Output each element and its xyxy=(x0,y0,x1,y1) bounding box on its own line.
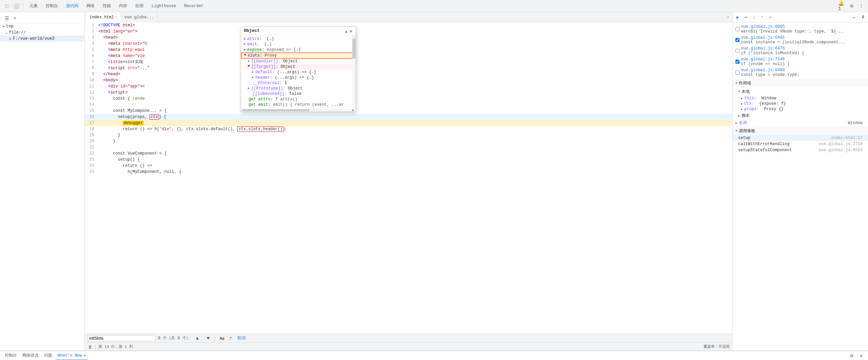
editor-tab-close-index[interactable]: ✕ xyxy=(115,15,117,19)
tooltip-row-slots[interactable]: ▼ slots: Proxy xyxy=(241,53,356,59)
whatsnew-tab-issues[interactable]: 问题 xyxy=(42,351,54,360)
local-scope-header[interactable]: ▼ 本地 xyxy=(733,88,868,96)
tab-performance[interactable]: 性能 xyxy=(99,2,114,9)
tooltip-row-isrevoked[interactable]: [[IsRevoked]]: false xyxy=(245,91,356,97)
regex-btn[interactable]: .* xyxy=(227,336,233,341)
tooltip-row-emit[interactable]: ▶ emit: (…) xyxy=(241,42,356,47)
code-editor[interactable]: 1 <!DOCTYPE html> 2 <html lang="en"> 3 <… xyxy=(85,22,732,334)
debug-resume-btn[interactable]: ▶ xyxy=(734,14,742,21)
whatsnew-tab-issues-label: 问题 xyxy=(44,353,52,358)
bp-item-3: vue.global.js:6476 if (!instance.isMount… xyxy=(733,45,868,56)
tab-sources[interactable]: 源代码 xyxy=(63,2,82,9)
bottom-settings-icon[interactable]: ⚙ xyxy=(848,352,856,360)
bp-checkbox-3[interactable] xyxy=(735,49,739,53)
tooltip-row-expose[interactable]: ▶ expose: exposed => {…} xyxy=(241,47,356,53)
editor-tab-index-html[interactable]: index.html ✕ xyxy=(86,12,121,22)
tooltip-row-get-attrs[interactable]: get attrs: f attrs() xyxy=(241,97,356,102)
tooltip-row-target[interactable]: ▼ [[Target]]: Object xyxy=(245,64,356,69)
tooltip-title: Object xyxy=(244,28,260,33)
file-tree-top[interactable]: ▶ top xyxy=(0,23,84,29)
whatsnew-tab-whatsnew[interactable]: What's New ✕ xyxy=(56,351,88,360)
file-tree: ☰ + ▶ top ☁ file:// ▶ F:/vue-world/vue3 xyxy=(0,12,85,351)
code-line-6: 6 <meta name="vie xyxy=(85,53,732,59)
right-panel-scroll[interactable]: vue.global.js:6005 warn$1('Invalid VNode… xyxy=(733,22,868,351)
file-tree-file-protocol[interactable]: ☁ file:// xyxy=(0,29,84,36)
right-panel-scrollbar[interactable] xyxy=(865,12,868,351)
tooltip-down-icon[interactable]: ▼ xyxy=(350,29,353,33)
tab-console[interactable]: 控制台 xyxy=(42,2,61,9)
tooltip-row-default[interactable]: ▶ default: (...args) => {…} xyxy=(241,69,356,75)
tooltip-row-attrs[interactable]: ▶ attrs: (…) xyxy=(241,36,356,42)
code-line-5: 5 <meta http-equi xyxy=(85,47,732,53)
inspect-icon[interactable]: ⬚ xyxy=(3,2,11,10)
code-line-13: 13 const { rende xyxy=(85,96,732,102)
callstack-header[interactable]: ▼ 调用堆栈 xyxy=(733,127,868,135)
editor-tab-label-index: index.html xyxy=(90,15,114,20)
whatsnew-close-icon[interactable]: ✕ xyxy=(83,353,86,358)
code-line-1: 1 <!DOCTYPE html> xyxy=(85,22,732,28)
bp-label-1: warn$1('Invalid VNode type:', type, `${.… xyxy=(741,29,843,34)
tab-recorder[interactable]: Recorder xyxy=(181,3,207,9)
format-btn[interactable]: {} xyxy=(87,345,93,349)
top-toolbar: ⬚ ⬜ 元素 控制台 源代码 网络 性能 内存 应用 Lighthouse Re… xyxy=(0,0,868,12)
tooltip-hscrollbar[interactable]: ▶ xyxy=(241,109,356,112)
tooltip-up-icon[interactable]: ▲ xyxy=(345,29,348,33)
search-sep xyxy=(215,336,215,341)
scope-section: ▼ 作用域 ▼ 本地 ▶ this: Window ▶ ctx: { xyxy=(733,79,868,127)
bp-file-3: vue.global.js:6476 xyxy=(741,46,804,51)
notification-icon[interactable]: 🔔 1 xyxy=(838,2,846,10)
tooltip-scrollbar[interactable] xyxy=(352,35,356,109)
file-tree-vue-world[interactable]: ▶ F:/vue-world/vue3 xyxy=(0,36,84,42)
bp-file-2: vue.global.js:6401 xyxy=(741,35,846,40)
bp-checkbox-2[interactable] xyxy=(735,38,739,42)
whatsnew-tab-console[interactable]: 控制台 xyxy=(3,351,19,360)
tooltip-row-vinternal[interactable]: __VInternal: 1 xyxy=(245,80,356,86)
callstack-item-setup[interactable]: setup index.html:17 xyxy=(733,135,868,141)
whatsnew-tab-network[interactable]: 网络状况 xyxy=(20,351,41,360)
tab-network[interactable]: 网络 xyxy=(83,2,98,9)
debug-stepover-btn[interactable]: ↩ xyxy=(742,14,750,21)
code-line-4: 4 <meta charset="U xyxy=(85,41,732,47)
match-case-btn[interactable]: Aa xyxy=(218,336,226,341)
tab-application[interactable]: 应用 xyxy=(132,2,147,9)
debug-step-btn[interactable]: ↗ xyxy=(767,14,774,21)
debug-edit-btn[interactable]: ✏ xyxy=(850,14,858,21)
callstack-item-callwitherror[interactable]: callWithErrorHandling vue.global.js:1710 xyxy=(733,141,868,147)
tooltip-row-header[interactable]: ▶ header: (...args) => {…} xyxy=(241,75,356,80)
search-next-icon[interactable]: ▼ xyxy=(204,334,212,342)
search-prev-icon[interactable]: ▲ xyxy=(193,334,201,342)
tooltip-scrollbar-thumb xyxy=(352,38,356,59)
tab-elements[interactable]: 元素 xyxy=(26,2,41,9)
tooltip-row-prototype[interactable]: ▶ [[Prototype]]: Object xyxy=(245,86,356,91)
file-tree-new-icon[interactable]: + xyxy=(11,14,19,22)
device-icon[interactable]: ⬜ xyxy=(12,2,20,10)
callstack-expand-icon: ▼ xyxy=(735,129,737,133)
settings-icon[interactable]: ⚙ xyxy=(848,2,856,10)
tab-memory[interactable]: 内存 xyxy=(116,2,131,9)
tooltip-row-handler[interactable]: ▶ [[Handler]]: Object xyxy=(245,59,356,64)
more-icon[interactable]: ⋮ xyxy=(857,2,865,10)
bp-label-3: if (!instance.isMounted) { xyxy=(741,51,804,56)
callstack-file-setup: index.html:17 xyxy=(831,136,863,140)
file-tree-menu-icon[interactable]: ☰ xyxy=(3,14,11,22)
callstack-name-setupstateful: setupStatefulComponent xyxy=(738,148,792,153)
bottom-close-panel-icon[interactable]: ✕ xyxy=(857,352,865,360)
callstack-item-setupstateful[interactable]: setupStatefulComponent vue.global.js:856… xyxy=(733,147,868,153)
debug-stepinto-btn[interactable]: ↓ xyxy=(750,14,758,21)
scope-header[interactable]: ▼ 作用域 xyxy=(733,79,868,87)
tab-lighthouse[interactable]: Lighthouse xyxy=(148,3,179,9)
editor-tab-vue-global[interactable]: vue.globa... xyxy=(121,12,157,22)
editor-sync-btn[interactable]: ↔ xyxy=(724,14,731,21)
bp-checkbox-1[interactable] xyxy=(735,27,739,31)
bp-checkbox-4[interactable] xyxy=(735,60,739,64)
whatsnew-tab-whatsnew-label: What's New xyxy=(58,353,82,358)
tooltip-row-get-emit[interactable]: get emit: emit() { return (event, ...ar xyxy=(241,102,356,107)
editor-tabs: index.html ✕ vue.globa... ↔ xyxy=(85,12,732,22)
script-scope-header[interactable]: ▶ 脚本 xyxy=(733,112,868,120)
debug-stepout-btn[interactable]: ↑ xyxy=(758,14,766,21)
scope-body: ▼ 本地 ▶ this: Window ▶ ctx: {expose: f} ▶… xyxy=(733,87,868,127)
bp-checkbox-5[interactable] xyxy=(735,71,739,75)
search-input[interactable] xyxy=(87,335,155,341)
cancel-btn[interactable]: 取消 xyxy=(236,335,247,341)
file-tree-vue-label: F:/vue-world/vue3 xyxy=(13,36,82,41)
